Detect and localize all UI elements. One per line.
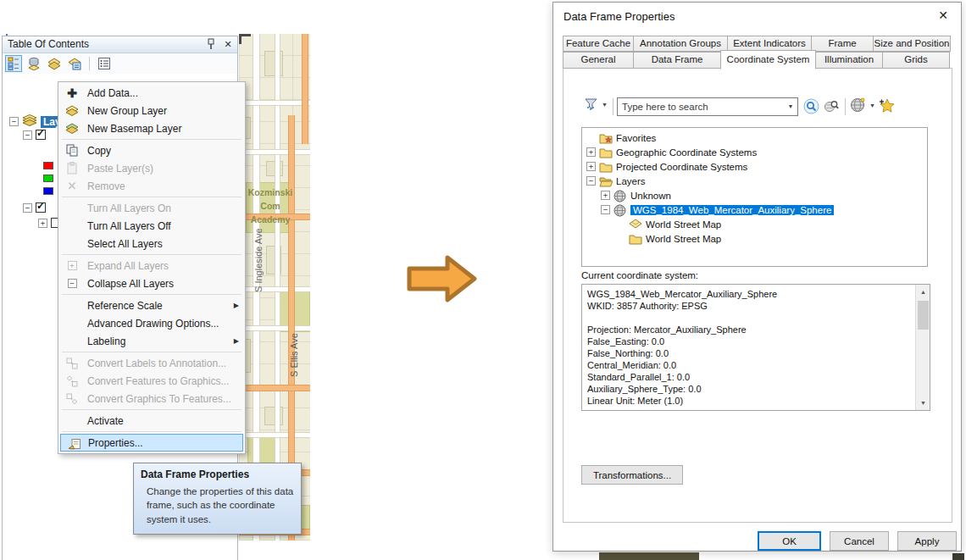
close-icon[interactable]: ✕ <box>935 8 951 22</box>
search-icon[interactable] <box>803 98 819 114</box>
menu-item-turn-all-layers-off[interactable]: Turn All Layers Off <box>58 217 245 235</box>
add-coordinate-system-icon[interactable]: ▼ <box>850 97 875 114</box>
apply-button[interactable]: Apply <box>897 531 957 551</box>
scroll-up-icon[interactable]: ▲ <box>916 285 930 299</box>
menu-item-new-group-layer[interactable]: New Group Layer <box>58 102 245 119</box>
scrollbar[interactable]: ▲ ▼ <box>915 285 930 410</box>
menu-item-new-basemap-layer[interactable]: New Basemap Layer <box>58 119 245 137</box>
open-folder-icon <box>599 175 613 187</box>
copy-icon <box>64 143 80 158</box>
tab-grids[interactable]: Grids <box>882 52 950 69</box>
tab-general[interactable]: General <box>563 52 634 69</box>
map-poi-label: Academy <box>246 214 295 225</box>
menu-item-expand-all-layers[interactable]: + Expand All Layers <box>58 257 245 274</box>
coordinate-system-tree[interactable]: Favorites + Geographic Coordinate System… <box>581 127 928 267</box>
tab-frame[interactable]: Frame <box>811 36 874 52</box>
menu-item-copy[interactable]: Copy <box>58 141 245 159</box>
legend-swatch-green <box>43 175 53 182</box>
menu-item-properties[interactable]: Properties... <box>60 434 243 452</box>
collapse-icon[interactable]: − <box>9 117 19 126</box>
menu-item-convert-graphics-to-features[interactable]: Convert Graphics To Features... <box>58 390 245 408</box>
menu-item-turn-all-layers-on[interactable]: Turn All Layers On <box>58 199 245 217</box>
list-by-source-icon[interactable] <box>25 55 42 72</box>
tree-item-projected[interactable]: + Projected Coordinate Systems <box>582 159 927 174</box>
menu-item-add-data[interactable]: ✚ Add Data... <box>58 84 245 102</box>
convert-graphics-icon <box>64 391 80 406</box>
properties-tooltip: Data Frame Properties Change the propert… <box>133 463 302 535</box>
layers-context-menu: ✚ Add Data... New Group Layer New Basema… <box>58 81 246 454</box>
legend-swatch-red <box>43 162 53 169</box>
add-to-favorites-icon[interactable] <box>879 97 895 114</box>
toc-row-layer-2[interactable]: − ✓ <box>23 202 46 213</box>
expand-icon[interactable]: + <box>601 191 610 200</box>
selected-tree-label: WGS_1984_Web_Mercator_Auxiliary_Sphere <box>630 205 834 215</box>
combo-dropdown-icon[interactable]: ▼ <box>784 98 797 115</box>
toc-row-layer-1[interactable]: − ✓ <box>23 130 46 140</box>
filter-icon[interactable]: ▼ <box>584 97 608 112</box>
globe-icon <box>613 204 627 216</box>
layer-diamond-icon <box>629 219 642 230</box>
layer-checkbox[interactable]: ✓ <box>36 202 46 213</box>
scroll-down-icon[interactable]: ▼ <box>916 396 930 410</box>
menu-item-select-all-layers[interactable]: Select All Layers <box>58 235 245 252</box>
list-by-selection-icon[interactable] <box>66 55 83 72</box>
toolbar-separator <box>613 98 613 115</box>
pin-icon[interactable] <box>205 38 217 51</box>
layer-checkbox[interactable]: ✓ <box>36 130 46 140</box>
menu-item-paste-layers[interactable]: Paste Layer(s) <box>58 159 245 177</box>
toc-titlebar[interactable]: Table Of Contents ✕ <box>3 36 237 53</box>
menu-item-activate[interactable]: Activate <box>58 412 245 430</box>
list-by-visibility-icon[interactable] <box>46 55 63 72</box>
current-cs-label: Current coordinate system: <box>581 270 698 280</box>
map-street-label: S Ellis Ave <box>289 333 299 377</box>
tooltip-body: Change the properties of this data frame… <box>147 485 294 526</box>
map-street-label: S Ingleside Ave <box>253 228 264 292</box>
search-input[interactable] <box>618 98 784 115</box>
scroll-thumb[interactable] <box>918 301 929 330</box>
tab-annotation-groups[interactable]: Annotation Groups <box>633 36 728 52</box>
tab-feature-cache[interactable]: Feature Cache <box>563 36 634 52</box>
tree-item-unknown[interactable]: + Unknown <box>582 188 927 202</box>
close-icon[interactable]: ✕ <box>222 38 234 51</box>
ok-button[interactable]: OK <box>758 531 821 551</box>
list-by-drawing-order-icon[interactable] <box>5 55 22 72</box>
menu-item-reference-scale[interactable]: Reference Scale ▶ <box>58 297 245 314</box>
collapse-icon[interactable]: − <box>586 176 596 186</box>
dropdown-icon[interactable]: ▼ <box>602 102 608 108</box>
tab-illumination[interactable]: Illumination <box>815 52 883 69</box>
tree-item-world-street-map-layer[interactable]: World Street Map <box>582 217 927 231</box>
current-cs-box[interactable]: WGS_1984_Web_Mercator_Auxiliary_Sphere W… <box>581 284 930 411</box>
search-reset-icon[interactable] <box>823 98 840 114</box>
expand-icon[interactable]: + <box>586 147 596 157</box>
dropdown-icon[interactable]: ▼ <box>869 103 875 108</box>
menu-item-convert-labels-to-annotation[interactable]: Convert Labels to Annotation... <box>58 354 245 372</box>
data-frame-properties-dialog: Data Frame Properties ✕ Feature Cache An… <box>552 2 962 552</box>
menu-item-labeling[interactable]: Labeling ▶ <box>58 332 245 350</box>
collapse-icon[interactable]: − <box>23 203 32 213</box>
menu-item-remove[interactable]: ✕ Remove <box>58 177 245 195</box>
menu-item-convert-features-to-graphics[interactable]: Convert Features to Graphics... <box>58 372 245 390</box>
collapse-icon[interactable]: − <box>601 205 610 214</box>
menu-separator <box>62 352 242 352</box>
tree-item-favorites[interactable]: Favorites <box>582 130 927 145</box>
tree-item-world-street-map-folder[interactable]: World Street Map <box>582 231 927 246</box>
tab-coordinate-system[interactable]: Coordinate System <box>720 50 816 69</box>
tab-size-and-position[interactable]: Size and Position <box>873 36 951 52</box>
tree-item-wgs-1984-web-mercator[interactable]: − WGS_1984_Web_Mercator_Auxiliary_Sphere <box>582 202 927 217</box>
folder-icon <box>629 233 642 245</box>
flow-arrow-icon <box>405 252 480 307</box>
expand-icon[interactable]: + <box>38 219 47 228</box>
menu-separator <box>62 139 242 140</box>
tree-item-layers[interactable]: − Layers <box>582 174 927 188</box>
cancel-button[interactable]: Cancel <box>830 531 889 551</box>
submenu-arrow-icon: ▶ <box>234 337 239 345</box>
menu-item-advanced-drawing-options[interactable]: Advanced Drawing Options... <box>58 314 245 332</box>
tab-data-frame[interactable]: Data Frame <box>633 52 721 69</box>
tree-item-geographic[interactable]: + Geographic Coordinate Systems <box>582 145 927 159</box>
expand-icon[interactable]: + <box>586 162 596 171</box>
options-icon[interactable] <box>96 55 113 72</box>
transformations-button[interactable]: Transformations... <box>581 465 683 485</box>
map-major-road <box>239 385 310 391</box>
menu-item-collapse-all-layers[interactable]: − Collapse All Layers <box>58 274 245 292</box>
collapse-icon[interactable]: − <box>23 130 32 140</box>
